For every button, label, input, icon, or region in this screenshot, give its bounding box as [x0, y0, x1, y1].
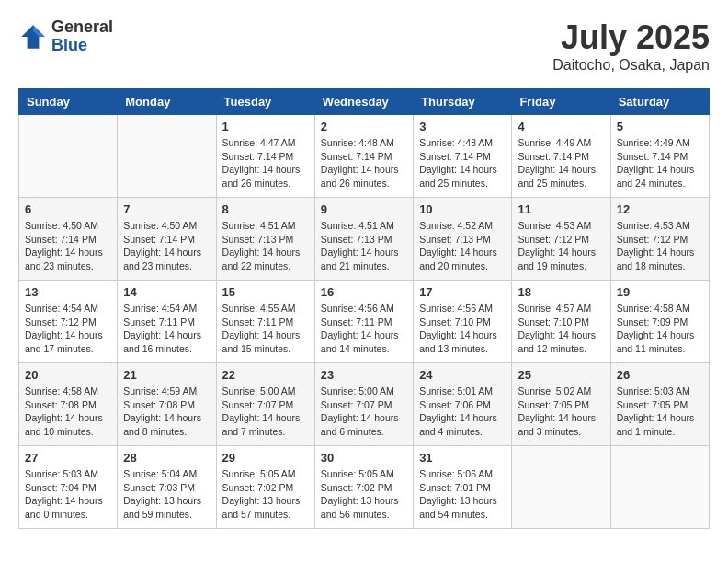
calendar-week-row: 13Sunrise: 4:54 AM Sunset: 7:12 PM Dayli… [19, 281, 710, 363]
calendar-week-row: 1Sunrise: 4:47 AM Sunset: 7:14 PM Daylig… [19, 115, 710, 198]
table-row: 30Sunrise: 5:05 AM Sunset: 7:02 PM Dayli… [314, 446, 413, 529]
weekday-header-friday: Friday [512, 89, 610, 115]
day-info: Sunrise: 5:01 AM Sunset: 7:06 PM Dayligh… [419, 385, 506, 439]
day-number: 22 [222, 368, 309, 382]
day-info: Sunrise: 4:58 AM Sunset: 7:08 PM Dayligh… [25, 385, 111, 439]
day-number: 27 [25, 451, 111, 465]
logo-text: General Blue [51, 18, 113, 55]
day-info: Sunrise: 4:51 AM Sunset: 7:13 PM Dayligh… [222, 219, 309, 273]
day-number: 25 [518, 368, 604, 382]
table-row [19, 115, 118, 198]
weekday-header-thursday: Thursday [414, 89, 512, 115]
day-info: Sunrise: 4:53 AM Sunset: 7:12 PM Dayligh… [617, 219, 703, 273]
day-info: Sunrise: 4:57 AM Sunset: 7:10 PM Dayligh… [518, 302, 604, 356]
day-info: Sunrise: 4:53 AM Sunset: 7:12 PM Dayligh… [518, 219, 604, 273]
table-row: 19Sunrise: 4:58 AM Sunset: 7:09 PM Dayli… [610, 281, 709, 363]
day-number: 8 [222, 202, 309, 216]
day-info: Sunrise: 4:49 AM Sunset: 7:14 PM Dayligh… [617, 136, 703, 190]
table-row: 15Sunrise: 4:55 AM Sunset: 7:11 PM Dayli… [216, 281, 314, 363]
day-number: 31 [419, 451, 506, 465]
table-row: 14Sunrise: 4:54 AM Sunset: 7:11 PM Dayli… [118, 281, 216, 363]
day-info: Sunrise: 4:51 AM Sunset: 7:13 PM Dayligh… [321, 219, 407, 273]
day-number: 11 [518, 202, 604, 216]
table-row: 12Sunrise: 4:53 AM Sunset: 7:12 PM Dayli… [610, 198, 709, 281]
day-info: Sunrise: 4:50 AM Sunset: 7:14 PM Dayligh… [25, 219, 111, 273]
day-number: 4 [518, 120, 604, 133]
day-number: 23 [321, 368, 407, 382]
table-row [610, 446, 709, 529]
weekday-header-wednesday: Wednesday [314, 89, 413, 115]
location: Daitocho, Osaka, Japan [552, 57, 710, 74]
day-number: 13 [25, 285, 111, 299]
title-block: July 2025 Daitocho, Osaka, Japan [552, 18, 710, 74]
day-number: 29 [222, 451, 309, 465]
day-info: Sunrise: 4:59 AM Sunset: 7:08 PM Dayligh… [123, 385, 210, 439]
table-row: 1Sunrise: 4:47 AM Sunset: 7:14 PM Daylig… [216, 115, 314, 198]
day-info: Sunrise: 4:54 AM Sunset: 7:12 PM Dayligh… [25, 302, 111, 356]
day-info: Sunrise: 5:05 AM Sunset: 7:02 PM Dayligh… [222, 467, 309, 522]
table-row: 2Sunrise: 4:48 AM Sunset: 7:14 PM Daylig… [314, 115, 413, 198]
weekday-header-row: SundayMondayTuesdayWednesdayThursdayFrid… [19, 89, 710, 115]
day-info: Sunrise: 4:50 AM Sunset: 7:14 PM Dayligh… [123, 219, 210, 273]
logo-blue-text: Blue [51, 37, 113, 55]
day-number: 10 [419, 202, 506, 216]
day-number: 15 [222, 285, 309, 299]
day-info: Sunrise: 5:03 AM Sunset: 7:04 PM Dayligh… [25, 467, 111, 522]
day-number: 17 [419, 285, 506, 299]
day-number: 12 [617, 202, 703, 216]
table-row: 21Sunrise: 4:59 AM Sunset: 7:08 PM Dayli… [118, 363, 216, 446]
day-number: 26 [617, 368, 703, 382]
table-row: 16Sunrise: 4:56 AM Sunset: 7:11 PM Dayli… [314, 281, 413, 363]
logo-icon [18, 22, 48, 52]
day-info: Sunrise: 4:49 AM Sunset: 7:14 PM Dayligh… [518, 136, 604, 190]
day-number: 16 [321, 285, 407, 299]
table-row: 27Sunrise: 5:03 AM Sunset: 7:04 PM Dayli… [19, 446, 118, 529]
table-row: 5Sunrise: 4:49 AM Sunset: 7:14 PM Daylig… [610, 115, 709, 198]
day-number: 9 [321, 202, 407, 216]
day-number: 7 [123, 202, 210, 216]
day-info: Sunrise: 5:00 AM Sunset: 7:07 PM Dayligh… [321, 385, 407, 439]
day-info: Sunrise: 4:47 AM Sunset: 7:14 PM Dayligh… [222, 136, 309, 190]
table-row [512, 446, 610, 529]
day-number: 3 [419, 120, 506, 133]
day-info: Sunrise: 5:00 AM Sunset: 7:07 PM Dayligh… [222, 385, 309, 439]
table-row: 13Sunrise: 4:54 AM Sunset: 7:12 PM Dayli… [19, 281, 118, 363]
day-number: 19 [617, 285, 703, 299]
day-info: Sunrise: 4:56 AM Sunset: 7:11 PM Dayligh… [321, 302, 407, 356]
table-row: 10Sunrise: 4:52 AM Sunset: 7:13 PM Dayli… [414, 198, 512, 281]
table-row: 7Sunrise: 4:50 AM Sunset: 7:14 PM Daylig… [118, 198, 216, 281]
day-number: 14 [123, 285, 210, 299]
table-row: 8Sunrise: 4:51 AM Sunset: 7:13 PM Daylig… [216, 198, 314, 281]
table-row [118, 115, 216, 198]
day-number: 5 [617, 120, 703, 133]
page-header: General Blue July 2025 Daitocho, Osaka, … [18, 18, 710, 74]
table-row: 4Sunrise: 4:49 AM Sunset: 7:14 PM Daylig… [512, 115, 610, 198]
table-row: 24Sunrise: 5:01 AM Sunset: 7:06 PM Dayli… [414, 363, 512, 446]
day-info: Sunrise: 4:55 AM Sunset: 7:11 PM Dayligh… [222, 302, 309, 356]
weekday-header-tuesday: Tuesday [216, 89, 314, 115]
calendar: SundayMondayTuesdayWednesdayThursdayFrid… [18, 88, 710, 529]
table-row: 28Sunrise: 5:04 AM Sunset: 7:03 PM Dayli… [118, 446, 216, 529]
table-row: 17Sunrise: 4:56 AM Sunset: 7:10 PM Dayli… [414, 281, 512, 363]
day-info: Sunrise: 4:52 AM Sunset: 7:13 PM Dayligh… [419, 219, 506, 273]
table-row: 31Sunrise: 5:06 AM Sunset: 7:01 PM Dayli… [414, 446, 512, 529]
day-info: Sunrise: 5:05 AM Sunset: 7:02 PM Dayligh… [321, 467, 407, 522]
day-number: 28 [123, 451, 210, 465]
day-number: 20 [25, 368, 111, 382]
table-row: 25Sunrise: 5:02 AM Sunset: 7:05 PM Dayli… [512, 363, 610, 446]
table-row: 9Sunrise: 4:51 AM Sunset: 7:13 PM Daylig… [314, 198, 413, 281]
month-title: July 2025 [552, 18, 710, 57]
weekday-header-sunday: Sunday [19, 89, 118, 115]
day-number: 18 [518, 285, 604, 299]
day-number: 1 [222, 120, 309, 133]
day-number: 2 [321, 120, 407, 133]
calendar-week-row: 6Sunrise: 4:50 AM Sunset: 7:14 PM Daylig… [19, 198, 710, 281]
day-number: 24 [419, 368, 506, 382]
table-row: 3Sunrise: 4:48 AM Sunset: 7:14 PM Daylig… [414, 115, 512, 198]
calendar-week-row: 27Sunrise: 5:03 AM Sunset: 7:04 PM Dayli… [19, 446, 710, 529]
calendar-week-row: 20Sunrise: 4:58 AM Sunset: 7:08 PM Dayli… [19, 363, 710, 446]
weekday-header-monday: Monday [118, 89, 216, 115]
table-row: 22Sunrise: 5:00 AM Sunset: 7:07 PM Dayli… [216, 363, 314, 446]
weekday-header-saturday: Saturday [610, 89, 709, 115]
logo-general-text: General [51, 18, 113, 37]
